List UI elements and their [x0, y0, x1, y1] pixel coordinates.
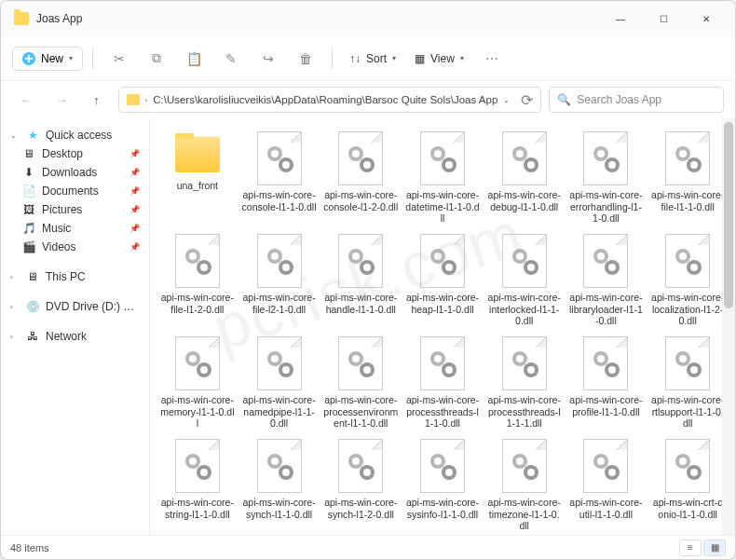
- sidebar-item-videos[interactable]: 🎬Videos📌: [5, 238, 145, 256]
- close-button[interactable]: ✕: [685, 5, 728, 33]
- file-item[interactable]: api-ms-win-core-localization-l1-2-0.dll: [647, 230, 728, 331]
- sidebar-item-documents[interactable]: 📄Documents📌: [5, 182, 145, 200]
- file-item[interactable]: api-ms-win-core-synch-l1-1-0.dll: [239, 435, 320, 535]
- view-button[interactable]: ▦ View ▾: [407, 48, 471, 69]
- sidebar-dvd[interactable]: › 💿 DVD Drive (D:) CCCC: [5, 297, 145, 316]
- delete-button[interactable]: 🗑: [289, 45, 322, 73]
- more-button[interactable]: ⋯: [475, 45, 509, 73]
- folder-icon: 🖼: [21, 203, 36, 216]
- sidebar-thispc[interactable]: › 🖥 This PC: [5, 267, 145, 286]
- file-item[interactable]: api-ms-win-core-timezone-l1-1-0.dll: [484, 435, 565, 535]
- sidebar-item-label: Music: [42, 222, 71, 235]
- file-name: api-ms-win-core-console-l1-1-0.dll: [242, 189, 317, 225]
- file-item[interactable]: api-ms-win-core-errorhandling-l1-1-0.dll: [566, 128, 647, 228]
- sidebar-item-music[interactable]: 🎵Music📌: [5, 219, 145, 238]
- file-item[interactable]: api-ms-win-core-heap-l1-1-0.dll: [402, 230, 483, 331]
- chevron-right-icon: ›: [10, 273, 20, 281]
- sidebar-item-downloads[interactable]: ⬇Downloads📌: [5, 163, 145, 182]
- file-item[interactable]: api-ms-win-core-libraryloader-l1-1-0.dll: [566, 230, 647, 331]
- sort-button[interactable]: ↑↓ Sort ▾: [342, 48, 403, 69]
- dll-icon: [338, 131, 383, 185]
- share-button[interactable]: ↪: [252, 45, 285, 73]
- search-input[interactable]: 🔍 Search Joas App: [549, 87, 724, 113]
- search-icon: 🔍: [557, 93, 571, 106]
- file-name: api-ms-win-core-debug-l1-1-0.dll: [487, 189, 562, 225]
- file-name: api-ms-win-core-processthreads-l1-1-1.dl…: [487, 394, 562, 430]
- dll-icon: [338, 336, 383, 390]
- dll-icon: [583, 234, 628, 288]
- sidebar-item-label: Desktop: [42, 147, 83, 160]
- view-label: View: [430, 52, 455, 65]
- cut-button[interactable]: ✂: [102, 45, 136, 73]
- file-item[interactable]: api-ms-win-core-memory-l1-1-0.dll: [157, 333, 238, 433]
- file-item[interactable]: api-ms-win-core-processenvironment-l1-1-…: [320, 333, 401, 433]
- icons-view-button[interactable]: ▦: [703, 540, 726, 556]
- scrollbar-track[interactable]: [722, 118, 735, 535]
- file-item[interactable]: api-ms-win-core-rtlsupport-l1-1-0.dll: [647, 333, 728, 433]
- file-item[interactable]: api-ms-win-core-handle-l1-1-0.dll: [320, 230, 401, 331]
- folder-icon: 📄: [21, 184, 36, 198]
- dll-icon: [420, 439, 465, 493]
- dll-icon: [338, 234, 383, 288]
- dll-icon: [257, 336, 302, 390]
- file-item[interactable]: api-ms-win-core-sysinfo-l1-1-0.dll: [402, 435, 483, 535]
- sidebar-item-label: Videos: [42, 240, 75, 253]
- chevron-right-icon: ›: [145, 96, 148, 104]
- sidebar-item-pictures[interactable]: 🖼Pictures📌: [5, 200, 145, 219]
- file-item[interactable]: api-ms-win-core-processthreads-l1-1-0.dl…: [402, 333, 483, 433]
- sidebar-quickaccess[interactable]: ⌄ ★ Quick access: [5, 126, 145, 144]
- sidebar-network[interactable]: › 🖧 Network: [5, 327, 145, 346]
- dll-icon: [420, 131, 465, 185]
- copy-button[interactable]: ⧉: [140, 45, 173, 73]
- content-area[interactable]: una_frontapi-ms-win-core-console-l1-1-0.…: [150, 118, 735, 535]
- file-item[interactable]: api-ms-win-core-datetime-l1-1-0.dll: [402, 128, 483, 228]
- refresh-button[interactable]: ⟳: [521, 91, 533, 109]
- search-placeholder: Search Joas App: [577, 93, 661, 106]
- dll-icon: [420, 234, 465, 288]
- sort-label: Sort: [366, 52, 387, 65]
- file-name: api-ms-win-core-synch-l1-2-0.dll: [323, 497, 398, 532]
- file-item[interactable]: api-ms-win-core-profile-l1-1-0.dll: [566, 333, 647, 433]
- minimize-button[interactable]: ―: [599, 5, 642, 33]
- file-item[interactable]: api-ms-win-core-interlocked-l1-1-0.dll: [484, 230, 565, 331]
- chevron-right-icon: ›: [10, 303, 20, 311]
- file-name: api-ms-win-crt-conio-l1-1-0.dll: [650, 497, 725, 532]
- file-item[interactable]: api-ms-win-core-file-l1-1-0.dll: [647, 128, 728, 228]
- sidebar-label: Network: [46, 330, 87, 343]
- file-item[interactable]: api-ms-win-core-synch-l1-2-0.dll: [320, 435, 401, 535]
- address-path: C:\Users\karolisliucveikis\AppData\Roami…: [153, 94, 497, 105]
- file-item[interactable]: api-ms-win-core-file-l1-2-0.dll: [157, 230, 238, 331]
- file-item[interactable]: api-ms-win-core-string-l1-1-0.dll: [157, 435, 238, 535]
- file-item[interactable]: api-ms-win-core-util-l1-1-0.dll: [566, 435, 647, 535]
- address-field[interactable]: › C:\Users\karolisliucveikis\AppData\Roa…: [118, 87, 542, 113]
- dll-icon: [665, 439, 710, 493]
- scrollbar-thumb[interactable]: [724, 122, 733, 308]
- file-name: api-ms-win-core-sysinfo-l1-1-0.dll: [405, 497, 480, 532]
- file-name: api-ms-win-core-timezone-l1-1-0.dll: [487, 497, 562, 532]
- up-button[interactable]: ↑: [83, 87, 111, 113]
- details-view-button[interactable]: ≡: [679, 540, 702, 556]
- dll-icon: [583, 439, 628, 493]
- back-button[interactable]: ←: [12, 87, 40, 113]
- file-item[interactable]: api-ms-win-core-file-l2-1-0.dll: [239, 230, 320, 331]
- file-item[interactable]: api-ms-win-core-namedpipe-l1-1-0.dll: [239, 333, 320, 433]
- file-item[interactable]: api-ms-win-crt-conio-l1-1-0.dll: [647, 435, 728, 535]
- folder-icon: 🖥: [21, 147, 36, 160]
- paste-button[interactable]: 📋: [177, 45, 211, 73]
- new-button[interactable]: New ▾: [12, 47, 83, 71]
- folder-item[interactable]: una_front: [157, 128, 238, 228]
- file-name: api-ms-win-core-localization-l1-2-0.dll: [650, 292, 725, 327]
- forward-button[interactable]: →: [48, 87, 75, 113]
- sidebar-item-label: Downloads: [42, 166, 97, 179]
- file-item[interactable]: api-ms-win-core-console-l1-1-0.dll: [239, 128, 320, 228]
- file-item[interactable]: api-ms-win-core-processthreads-l1-1-1.dl…: [484, 333, 565, 433]
- file-item[interactable]: api-ms-win-core-debug-l1-1-0.dll: [484, 128, 565, 228]
- maximize-button[interactable]: ☐: [642, 5, 685, 33]
- view-icon: ▦: [415, 52, 425, 65]
- rename-button[interactable]: ✎: [214, 45, 248, 73]
- dll-icon: [502, 131, 547, 185]
- file-name: api-ms-win-core-errorhandling-l1-1-0.dll: [568, 189, 643, 225]
- folder-icon: 🎵: [21, 222, 36, 235]
- file-item[interactable]: api-ms-win-core-console-l1-2-0.dll: [320, 128, 401, 228]
- sidebar-item-desktop[interactable]: 🖥Desktop📌: [5, 144, 145, 163]
